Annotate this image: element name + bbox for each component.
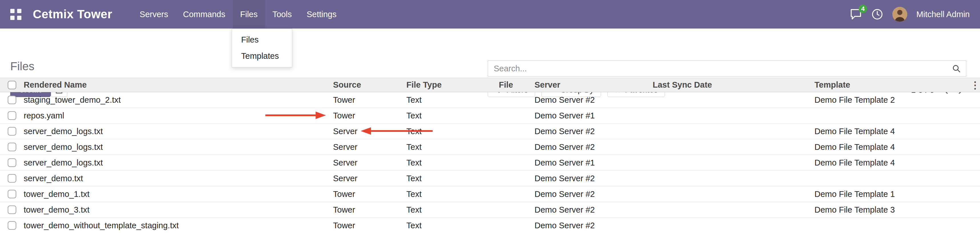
cell-file-type: Text — [406, 171, 499, 186]
cell-rendered-name: server_demo.txt — [24, 171, 333, 186]
cell-rendered-name: staging_tower_demo_2.txt — [24, 92, 333, 108]
cell-source: Tower — [333, 108, 406, 124]
cell-template: Demo File Template 4 — [815, 139, 970, 155]
cell-file — [499, 202, 535, 218]
cell-source: Server — [333, 171, 406, 186]
column-rendered-name[interactable]: Rendered Name — [24, 78, 333, 92]
column-template[interactable]: Template — [815, 78, 970, 92]
table-row[interactable]: tower_demo_without_template_staging.txt … — [0, 218, 980, 233]
cell-file — [499, 171, 535, 186]
table-row[interactable]: staging_tower_demo_2.txt Tower Text Demo… — [0, 92, 980, 108]
row-checkbox[interactable] — [8, 143, 16, 151]
cell-server: Demo Server #1 — [535, 108, 653, 124]
row-checkbox[interactable] — [8, 111, 16, 120]
row-checkbox[interactable] — [8, 221, 16, 230]
cell-source: Tower — [333, 92, 406, 108]
column-server[interactable]: Server — [535, 78, 653, 92]
table-row[interactable]: tower_demo_1.txt Tower Text Demo Server … — [0, 186, 980, 202]
dropdown-item-files[interactable]: Files — [232, 32, 292, 48]
row-checkbox[interactable] — [8, 159, 16, 167]
cell-file-type: Text — [406, 124, 499, 139]
control-panel: Files Create Filters Group By ★ — [0, 29, 980, 78]
cell-source: Server — [333, 155, 406, 171]
navbar-right: 4 Mitchell Admin — [850, 7, 970, 22]
user-name[interactable]: Mitchell Admin — [916, 10, 970, 19]
cell-file — [499, 186, 535, 202]
cell-server: Demo Server #2 — [535, 92, 653, 108]
cell-rendered-name: repos.yaml — [24, 108, 333, 124]
row-checkbox-cell[interactable] — [0, 124, 24, 139]
cell-last-sync-date — [653, 202, 815, 218]
cell-file-type: Text — [406, 186, 499, 202]
select-all-checkbox[interactable] — [8, 81, 16, 89]
cell-file-type: Text — [406, 139, 499, 155]
top-navbar: Cetmix Tower Servers Commands Files Tool… — [0, 0, 980, 29]
avatar-image — [892, 7, 907, 22]
cell-template — [815, 218, 970, 233]
cell-server: Demo Server #1 — [535, 155, 653, 171]
row-checkbox-cell[interactable] — [0, 171, 24, 186]
page-title: Files — [10, 60, 34, 73]
row-checkbox[interactable] — [8, 205, 16, 214]
cell-template: Demo File Template 3 — [815, 202, 970, 218]
row-checkbox-cell[interactable] — [0, 108, 24, 124]
row-checkbox-cell[interactable] — [0, 202, 24, 218]
cell-source: Server — [333, 139, 406, 155]
table-header-row: Rendered Name Source File Type File Serv… — [0, 78, 980, 92]
cell-server: Demo Server #2 — [535, 124, 653, 139]
cell-file-type: Text — [406, 92, 499, 108]
column-last-sync-date[interactable]: Last Sync Date — [653, 78, 815, 92]
cell-file — [499, 218, 535, 233]
files-dropdown-menu: Files Templates — [232, 29, 292, 67]
cell-server: Demo Server #2 — [535, 139, 653, 155]
table-row[interactable]: tower_demo_3.txt Tower Text Demo Server … — [0, 202, 980, 218]
row-checkbox[interactable] — [8, 174, 16, 182]
column-source[interactable]: Source — [333, 78, 406, 92]
cell-file-type: Text — [406, 155, 499, 171]
user-avatar[interactable] — [892, 7, 907, 22]
search-icon[interactable] — [952, 64, 961, 73]
apps-grid-icon[interactable] — [10, 9, 21, 20]
menu-item-files[interactable]: Files — [233, 0, 265, 29]
main-menu: Servers Commands Files Tools Settings — [132, 0, 344, 29]
column-file-type[interactable]: File Type — [406, 78, 499, 92]
table-row[interactable]: repos.yaml Tower Text Demo Server #1 — [0, 108, 980, 124]
row-checkbox[interactable] — [8, 190, 16, 198]
search-input[interactable] — [493, 63, 952, 74]
table-row[interactable]: server_demo_logs.txt Server Text Demo Se… — [0, 139, 980, 155]
cell-file-type: Text — [406, 218, 499, 233]
select-all-cell[interactable] — [0, 78, 24, 92]
table-row[interactable]: server_demo_logs.txt Server Text Demo Se… — [0, 124, 980, 139]
row-checkbox-cell[interactable] — [0, 186, 24, 202]
cell-last-sync-date — [653, 108, 815, 124]
row-checkbox-cell[interactable] — [0, 139, 24, 155]
menu-item-settings[interactable]: Settings — [299, 0, 344, 29]
messages-badge: 4 — [859, 5, 867, 13]
messages-icon[interactable]: 4 — [850, 9, 862, 20]
table-row[interactable]: server_demo.txt Server Text Demo Server … — [0, 171, 980, 186]
cell-rendered-name: server_demo_logs.txt — [24, 155, 333, 171]
cell-file — [499, 92, 535, 108]
row-checkbox-cell[interactable] — [0, 92, 24, 108]
column-file[interactable]: File — [499, 78, 535, 92]
cell-last-sync-date — [653, 139, 815, 155]
cell-file — [499, 155, 535, 171]
menu-item-commands[interactable]: Commands — [175, 0, 232, 29]
menu-item-servers[interactable]: Servers — [132, 0, 175, 29]
row-checkbox[interactable] — [8, 127, 16, 136]
table-row[interactable]: server_demo_logs.txt Server Text Demo Se… — [0, 155, 980, 171]
dropdown-item-templates[interactable]: Templates — [232, 48, 292, 64]
cell-last-sync-date — [653, 92, 815, 108]
cell-last-sync-date — [653, 155, 815, 171]
cell-last-sync-date — [653, 218, 815, 233]
cell-source: Server — [333, 124, 406, 139]
row-checkbox-cell[interactable] — [0, 155, 24, 171]
cell-last-sync-date — [653, 124, 815, 139]
cell-server: Demo Server #2 — [535, 186, 653, 202]
menu-item-tools[interactable]: Tools — [265, 0, 299, 29]
activities-icon[interactable] — [871, 8, 883, 20]
row-checkbox[interactable] — [8, 95, 16, 104]
row-checkbox-cell[interactable] — [0, 218, 24, 233]
optional-columns-icon[interactable]: ⋮ — [970, 78, 980, 92]
cell-last-sync-date — [653, 186, 815, 202]
